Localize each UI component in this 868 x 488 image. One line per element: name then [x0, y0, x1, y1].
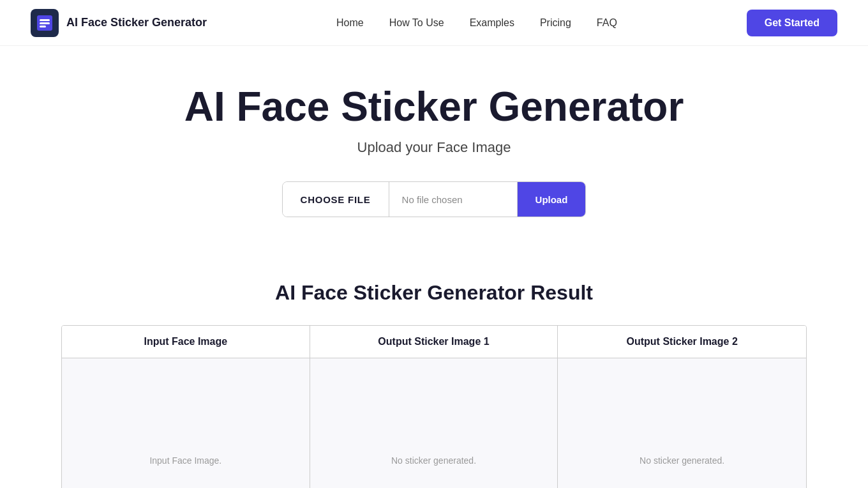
upload-button[interactable]: Upload: [517, 182, 586, 217]
hero-subtitle: Upload your Face Image: [13, 139, 855, 156]
result-col-input-body: Input Face Image.: [62, 358, 310, 488]
result-col-output1-placeholder: No sticker generated.: [391, 455, 476, 466]
logo-link[interactable]: AI Face Sticker Generator: [31, 9, 207, 37]
logo-text: AI Face Sticker Generator: [66, 16, 207, 29]
nav-examples[interactable]: Examples: [470, 17, 514, 28]
nav-links: Home How To Use Examples Pricing FAQ: [336, 17, 617, 29]
svg-rect-1: [40, 19, 50, 21]
result-col-output2-header: Output Sticker Image 2: [558, 326, 806, 358]
nav-pricing[interactable]: Pricing: [540, 17, 571, 28]
result-col-output1-header: Output Sticker Image 1: [310, 326, 558, 358]
hero-section: AI Face Sticker Generator Upload your Fa…: [0, 46, 868, 281]
result-grid: Input Face Image Input Face Image. Outpu…: [61, 325, 807, 488]
svg-rect-2: [40, 22, 50, 24]
get-started-button[interactable]: Get Started: [747, 10, 837, 36]
file-name-display: No file chosen: [389, 182, 517, 217]
result-col-output2: Output Sticker Image 2 No sticker genera…: [558, 326, 806, 488]
result-col-output1: Output Sticker Image 1 No sticker genera…: [310, 326, 558, 488]
upload-form: CHOOSE FILE No file chosen Upload: [282, 181, 587, 217]
nav-home[interactable]: Home: [336, 17, 364, 28]
hero-title: AI Face Sticker Generator: [13, 84, 855, 129]
nav-faq[interactable]: FAQ: [597, 17, 617, 28]
result-section: AI Face Sticker Generator Result Input F…: [0, 281, 868, 488]
result-col-input-placeholder: Input Face Image.: [149, 455, 221, 466]
navbar: AI Face Sticker Generator Home How To Us…: [0, 0, 868, 46]
upload-container: CHOOSE FILE No file chosen Upload: [13, 181, 855, 217]
result-title: AI Face Sticker Generator Result: [61, 281, 807, 305]
svg-rect-3: [40, 26, 46, 27]
result-col-output2-placeholder: No sticker generated.: [640, 455, 724, 466]
result-col-input-header: Input Face Image: [62, 326, 310, 358]
result-col-output2-body: No sticker generated.: [558, 358, 806, 488]
choose-file-button[interactable]: CHOOSE FILE: [283, 182, 389, 217]
nav-how-to-use[interactable]: How To Use: [389, 17, 444, 28]
result-col-output1-body: No sticker generated.: [310, 358, 558, 488]
logo-icon: [31, 9, 59, 37]
result-col-input: Input Face Image Input Face Image.: [62, 326, 310, 488]
